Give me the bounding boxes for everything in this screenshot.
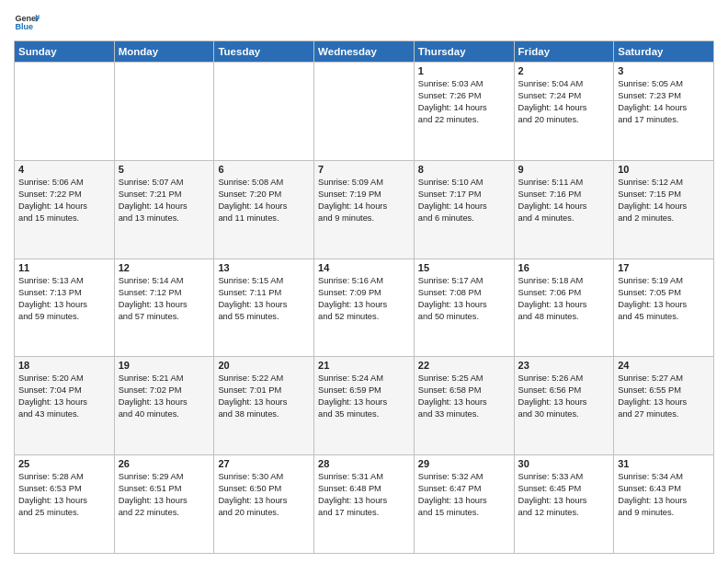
calendar-week-5: 25Sunrise: 5:28 AM Sunset: 6:53 PM Dayli…: [15, 455, 714, 554]
calendar-cell: 5Sunrise: 5:07 AM Sunset: 7:21 PM Daylig…: [114, 160, 214, 259]
cell-details: Sunrise: 5:07 AM Sunset: 7:21 PM Dayligh…: [119, 177, 210, 224]
day-number: 3: [618, 65, 710, 76]
calendar-table: SundayMondayTuesdayWednesdayThursdayFrid…: [14, 40, 714, 554]
day-number: 19: [119, 360, 210, 371]
cell-details: Sunrise: 5:14 AM Sunset: 7:12 PM Dayligh…: [119, 275, 210, 323]
cell-details: Sunrise: 5:18 AM Sunset: 7:06 PM Dayligh…: [518, 275, 610, 323]
day-number: 9: [518, 164, 610, 175]
day-number: 29: [418, 458, 510, 469]
calendar-cell: 25Sunrise: 5:28 AM Sunset: 6:53 PM Dayli…: [15, 455, 115, 554]
cell-details: Sunrise: 5:19 AM Sunset: 7:05 PM Dayligh…: [618, 275, 710, 323]
calendar-cell: 22Sunrise: 5:25 AM Sunset: 6:58 PM Dayli…: [414, 357, 514, 455]
calendar-cell: 11Sunrise: 5:13 AM Sunset: 7:13 PM Dayli…: [15, 259, 115, 357]
cell-details: Sunrise: 5:20 AM Sunset: 7:04 PM Dayligh…: [18, 373, 110, 420]
day-number: 21: [318, 360, 410, 371]
cell-details: Sunrise: 5:33 AM Sunset: 6:45 PM Dayligh…: [518, 471, 610, 519]
cell-details: Sunrise: 5:10 AM Sunset: 7:17 PM Dayligh…: [418, 177, 510, 224]
header: General Blue: [14, 9, 714, 35]
calendar-cell: [15, 63, 115, 161]
day-number: 2: [518, 65, 610, 76]
svg-text:Blue: Blue: [15, 22, 33, 31]
day-number: 6: [218, 164, 310, 175]
calendar-cell: 8Sunrise: 5:10 AM Sunset: 7:17 PM Daylig…: [414, 160, 514, 259]
cell-details: Sunrise: 5:22 AM Sunset: 7:01 PM Dayligh…: [218, 373, 310, 420]
calendar-cell: 30Sunrise: 5:33 AM Sunset: 6:45 PM Dayli…: [514, 455, 614, 554]
calendar-cell: 7Sunrise: 5:09 AM Sunset: 7:19 PM Daylig…: [314, 160, 415, 259]
cell-details: Sunrise: 5:28 AM Sunset: 6:53 PM Dayligh…: [18, 471, 110, 519]
cell-details: Sunrise: 5:09 AM Sunset: 7:19 PM Dayligh…: [318, 177, 410, 224]
weekday-header-thursday: Thursday: [414, 41, 514, 63]
cell-details: Sunrise: 5:11 AM Sunset: 7:16 PM Dayligh…: [518, 177, 610, 224]
weekday-header-tuesday: Tuesday: [214, 41, 314, 63]
weekday-header-row: SundayMondayTuesdayWednesdayThursdayFrid…: [15, 41, 714, 63]
calendar-cell: [314, 63, 415, 161]
calendar-body: 1Sunrise: 5:03 AM Sunset: 7:26 PM Daylig…: [15, 63, 714, 554]
cell-details: Sunrise: 5:15 AM Sunset: 7:11 PM Dayligh…: [218, 275, 310, 323]
calendar-cell: [214, 63, 314, 161]
calendar-cell: 17Sunrise: 5:19 AM Sunset: 7:05 PM Dayli…: [614, 259, 714, 357]
day-number: 20: [218, 360, 310, 371]
calendar-cell: 10Sunrise: 5:12 AM Sunset: 7:15 PM Dayli…: [614, 160, 714, 259]
cell-details: Sunrise: 5:05 AM Sunset: 7:23 PM Dayligh…: [618, 78, 710, 126]
calendar-cell: 9Sunrise: 5:11 AM Sunset: 7:16 PM Daylig…: [514, 160, 614, 259]
calendar-cell: 2Sunrise: 5:04 AM Sunset: 7:24 PM Daylig…: [514, 63, 614, 161]
cell-details: Sunrise: 5:29 AM Sunset: 6:51 PM Dayligh…: [119, 471, 210, 519]
cell-details: Sunrise: 5:30 AM Sunset: 6:50 PM Dayligh…: [218, 471, 310, 519]
weekday-header-sunday: Sunday: [15, 41, 115, 63]
day-number: 16: [518, 262, 610, 273]
cell-details: Sunrise: 5:04 AM Sunset: 7:24 PM Dayligh…: [518, 78, 610, 126]
day-number: 23: [518, 360, 610, 371]
calendar-cell: 16Sunrise: 5:18 AM Sunset: 7:06 PM Dayli…: [514, 259, 614, 357]
day-number: 13: [218, 262, 310, 273]
day-number: 12: [119, 262, 210, 273]
weekday-header-wednesday: Wednesday: [314, 41, 415, 63]
day-number: 17: [618, 262, 710, 273]
calendar-cell: [114, 63, 214, 161]
day-number: 8: [418, 164, 510, 175]
cell-details: Sunrise: 5:32 AM Sunset: 6:47 PM Dayligh…: [418, 471, 510, 519]
day-number: 4: [18, 164, 110, 175]
calendar-cell: 18Sunrise: 5:20 AM Sunset: 7:04 PM Dayli…: [15, 357, 115, 455]
calendar-cell: 14Sunrise: 5:16 AM Sunset: 7:09 PM Dayli…: [314, 259, 415, 357]
calendar-cell: 26Sunrise: 5:29 AM Sunset: 6:51 PM Dayli…: [114, 455, 214, 554]
day-number: 10: [618, 164, 710, 175]
cell-details: Sunrise: 5:12 AM Sunset: 7:15 PM Dayligh…: [618, 177, 710, 224]
day-number: 5: [119, 164, 210, 175]
cell-details: Sunrise: 5:31 AM Sunset: 6:48 PM Dayligh…: [318, 471, 410, 519]
day-number: 22: [418, 360, 510, 371]
calendar-cell: 20Sunrise: 5:22 AM Sunset: 7:01 PM Dayli…: [214, 357, 314, 455]
calendar-week-3: 11Sunrise: 5:13 AM Sunset: 7:13 PM Dayli…: [15, 259, 714, 357]
cell-details: Sunrise: 5:25 AM Sunset: 6:58 PM Dayligh…: [418, 373, 510, 420]
calendar-cell: 6Sunrise: 5:08 AM Sunset: 7:20 PM Daylig…: [214, 160, 314, 259]
calendar-week-4: 18Sunrise: 5:20 AM Sunset: 7:04 PM Dayli…: [15, 357, 714, 455]
calendar-cell: 19Sunrise: 5:21 AM Sunset: 7:02 PM Dayli…: [114, 357, 214, 455]
day-number: 14: [318, 262, 410, 273]
calendar-cell: 1Sunrise: 5:03 AM Sunset: 7:26 PM Daylig…: [414, 63, 514, 161]
calendar-cell: 24Sunrise: 5:27 AM Sunset: 6:55 PM Dayli…: [614, 357, 714, 455]
cell-details: Sunrise: 5:26 AM Sunset: 6:56 PM Dayligh…: [518, 373, 610, 420]
day-number: 27: [218, 458, 310, 469]
day-number: 31: [618, 458, 710, 469]
calendar-cell: 29Sunrise: 5:32 AM Sunset: 6:47 PM Dayli…: [414, 455, 514, 554]
cell-details: Sunrise: 5:06 AM Sunset: 7:22 PM Dayligh…: [18, 177, 110, 224]
day-number: 25: [18, 458, 110, 469]
weekday-header-friday: Friday: [514, 41, 614, 63]
cell-details: Sunrise: 5:27 AM Sunset: 6:55 PM Dayligh…: [618, 373, 710, 420]
logo: General Blue: [14, 9, 40, 35]
day-number: 1: [418, 65, 510, 76]
day-number: 11: [18, 262, 110, 273]
cell-details: Sunrise: 5:17 AM Sunset: 7:08 PM Dayligh…: [418, 275, 510, 323]
calendar-week-2: 4Sunrise: 5:06 AM Sunset: 7:22 PM Daylig…: [15, 160, 714, 259]
calendar-cell: 21Sunrise: 5:24 AM Sunset: 6:59 PM Dayli…: [314, 357, 415, 455]
cell-details: Sunrise: 5:34 AM Sunset: 6:43 PM Dayligh…: [618, 471, 710, 519]
cell-details: Sunrise: 5:08 AM Sunset: 7:20 PM Dayligh…: [218, 177, 310, 224]
day-number: 18: [18, 360, 110, 371]
calendar-cell: 15Sunrise: 5:17 AM Sunset: 7:08 PM Dayli…: [414, 259, 514, 357]
calendar-cell: 28Sunrise: 5:31 AM Sunset: 6:48 PM Dayli…: [314, 455, 415, 554]
cell-details: Sunrise: 5:21 AM Sunset: 7:02 PM Dayligh…: [119, 373, 210, 420]
cell-details: Sunrise: 5:24 AM Sunset: 6:59 PM Dayligh…: [318, 373, 410, 420]
day-number: 30: [518, 458, 610, 469]
day-number: 28: [318, 458, 410, 469]
day-number: 7: [318, 164, 410, 175]
day-number: 24: [618, 360, 710, 371]
